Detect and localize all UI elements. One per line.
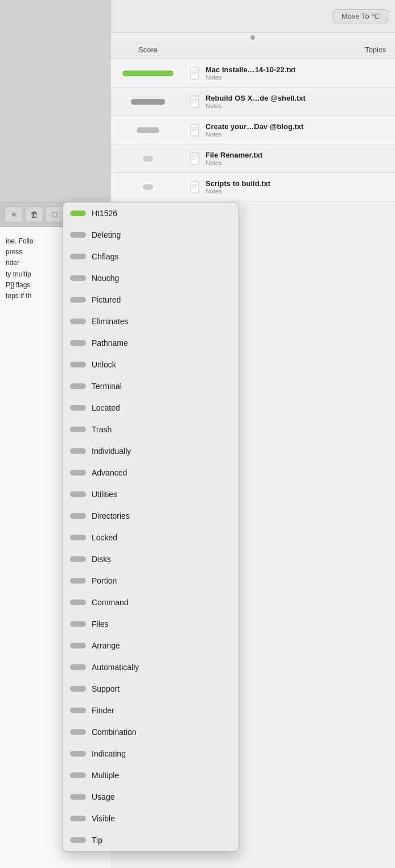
dropdown-item[interactable]: Command xyxy=(63,592,238,613)
dropdown-item[interactable]: Files xyxy=(63,613,238,635)
dropdown-item[interactable]: Trash xyxy=(63,419,238,440)
note-text: Scripts to build.txtNotes xyxy=(205,179,270,195)
item-score-bar xyxy=(70,535,86,540)
svg-rect-8 xyxy=(191,125,199,136)
item-score-bar xyxy=(70,513,86,519)
dropdown-item[interactable]: Automatically xyxy=(63,656,238,678)
note-subtitle: Notes xyxy=(205,159,262,166)
dropdown-item[interactable]: Unlock xyxy=(63,354,238,375)
item-score-bar xyxy=(70,448,86,454)
dropdown-item[interactable]: Individually xyxy=(63,440,238,462)
toolbar-trash-button[interactable]: 🗑 xyxy=(25,206,43,222)
item-label: Automatically xyxy=(92,663,139,672)
item-score-bar xyxy=(70,232,86,238)
item-label: Unlock xyxy=(92,360,116,369)
dropdown-item[interactable]: Indicating xyxy=(63,743,238,764)
item-score-bar xyxy=(70,275,86,281)
dropdown-item[interactable]: Nouchg xyxy=(63,267,238,289)
note-file-icon xyxy=(190,123,201,137)
item-score-bar xyxy=(70,556,86,562)
dropdown-item[interactable]: Locked xyxy=(63,527,238,548)
note-file-icon xyxy=(190,95,201,109)
dropdown-item[interactable]: Visible xyxy=(63,808,238,829)
move-to-button[interactable]: Move To °C xyxy=(333,9,388,23)
note-row[interactable]: Create your…Dav @blog.txtNotes xyxy=(111,116,395,144)
note-info: Mac Installe…14-10-22.txtNotes xyxy=(185,65,395,81)
dropdown-item[interactable]: Deleting xyxy=(63,224,238,246)
item-score-bar xyxy=(70,664,86,670)
item-label: Eliminates xyxy=(92,317,129,326)
item-label: Pictured xyxy=(92,295,121,304)
dropdown-item[interactable]: Utilities xyxy=(63,483,238,505)
column-headers: Score Topics xyxy=(111,41,395,59)
item-score-bar xyxy=(70,837,86,843)
note-file-icon xyxy=(190,180,201,194)
note-subtitle: Notes xyxy=(205,131,303,138)
dropdown-item[interactable]: Usage xyxy=(63,786,238,808)
item-label: Files xyxy=(92,619,109,629)
note-title: Rebuild OS X…de @shell.txt xyxy=(205,94,306,102)
item-score-bar xyxy=(70,643,86,648)
note-info: Rebuild OS X…de @shell.txtNotes xyxy=(185,94,395,109)
dropdown-item[interactable]: Combination xyxy=(63,721,238,743)
dropdown-item[interactable]: Portion xyxy=(63,570,238,592)
item-label: Disks xyxy=(92,555,111,564)
dropdown-item[interactable]: Eliminates xyxy=(63,311,238,332)
item-score-bar xyxy=(70,254,86,259)
svg-rect-0 xyxy=(191,68,199,79)
item-label: Chflags xyxy=(92,252,118,261)
dropdown-item[interactable]: Terminal xyxy=(63,375,238,397)
dropdown-item[interactable]: Ht1526 xyxy=(63,202,238,224)
note-row[interactable]: Scripts to build.txtNotes xyxy=(111,173,395,201)
item-score-bar xyxy=(70,686,86,692)
item-label: Pathname xyxy=(92,338,128,348)
svg-rect-12 xyxy=(191,153,199,164)
svg-rect-4 xyxy=(191,96,199,108)
dropdown-item[interactable]: Directories xyxy=(63,505,238,527)
dropdown-item[interactable]: Disks xyxy=(63,548,238,570)
item-label: Multiple xyxy=(92,771,119,780)
item-label: Ht1526 xyxy=(92,209,117,218)
note-row[interactable]: Mac Installe…14-10-22.txtNotes xyxy=(111,59,395,88)
note-file-icon xyxy=(190,67,201,80)
item-label: Arrange xyxy=(92,641,120,650)
note-text: Rebuild OS X…de @shell.txtNotes xyxy=(205,94,306,109)
dropdown-item[interactable]: Pictured xyxy=(63,289,238,311)
note-title: Mac Installe…14-10-22.txt xyxy=(205,65,295,74)
dropdown-item[interactable]: Finder xyxy=(63,700,238,721)
note-subtitle: Notes xyxy=(205,102,306,109)
dropdown-item[interactable]: Advanced xyxy=(63,462,238,483)
dropdown-item[interactable]: Tip xyxy=(63,829,238,851)
item-label: Advanced xyxy=(92,468,127,477)
item-label: Visible xyxy=(92,814,115,823)
item-label: Deleting xyxy=(92,230,121,239)
item-score-bar xyxy=(70,578,86,584)
toolbar-list-button[interactable]: ≡ xyxy=(5,206,23,222)
item-label: Located xyxy=(92,403,120,412)
toolbar-window-button[interactable]: □ xyxy=(46,206,64,222)
note-title: Scripts to build.txt xyxy=(205,179,270,188)
dropdown-item[interactable]: Located xyxy=(63,397,238,419)
note-title: File Renamer.txt xyxy=(205,151,262,159)
note-info: Scripts to build.txtNotes xyxy=(185,179,395,195)
dropdown-item[interactable]: Multiple xyxy=(63,764,238,786)
item-score-bar xyxy=(70,794,86,800)
dropdown-item[interactable]: Arrange xyxy=(63,635,238,656)
note-score-cell xyxy=(111,156,185,162)
score-bar xyxy=(122,71,174,76)
note-text: File Renamer.txtNotes xyxy=(205,151,262,166)
item-score-bar xyxy=(70,708,86,713)
note-row[interactable]: File Renamer.txtNotes xyxy=(111,144,395,173)
dropdown-item[interactable]: Support xyxy=(63,678,238,700)
item-label: Portion xyxy=(92,576,117,585)
item-score-bar xyxy=(70,729,86,735)
item-score-bar xyxy=(70,319,86,324)
dropdown-item[interactable]: Pathname xyxy=(63,332,238,354)
note-text: Mac Installe…14-10-22.txtNotes xyxy=(205,65,295,81)
note-score-cell xyxy=(111,184,185,190)
item-label: Individually xyxy=(92,447,131,456)
dropdown-item[interactable]: Chflags xyxy=(63,246,238,267)
note-row[interactable]: Rebuild OS X…de @shell.txtNotes xyxy=(111,88,395,116)
note-list: Mac Installe…14-10-22.txtNotes Rebuild O… xyxy=(111,59,395,201)
score-column-header: Score xyxy=(111,46,185,54)
